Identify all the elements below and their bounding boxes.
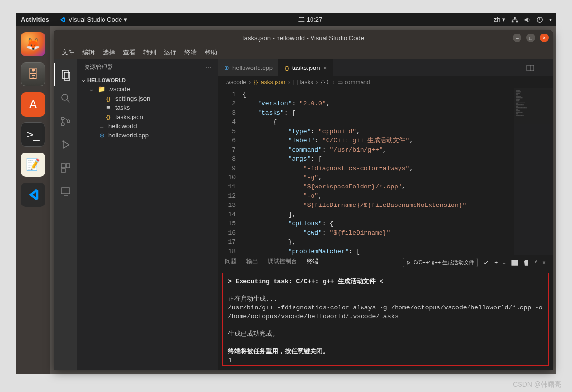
panel-tab-debugconsole[interactable]: 调试控制台: [268, 257, 297, 268]
tree-item[interactable]: ≡tasks: [81, 103, 214, 112]
terminal-task-label[interactable]: C/C++: g++ 生成活动文件: [403, 258, 478, 267]
window-close[interactable]: ×: [540, 34, 549, 42]
svg-point-13: [63, 141, 64, 142]
window-maximize[interactable]: □: [526, 34, 535, 42]
svg-marker-12: [63, 141, 69, 148]
menu-view[interactable]: 查看: [119, 48, 139, 57]
tree-item[interactable]: ⊕helloworld.cpp: [81, 131, 214, 140]
tree-item[interactable]: {}settings.json: [81, 94, 214, 103]
menu-go[interactable]: 转到: [139, 48, 160, 57]
panel-tab-problems[interactable]: 问题: [225, 257, 237, 268]
editor-area: ⊕helloworld.cpp{}tasks.json× ⋯ .vscode› …: [218, 59, 553, 370]
menu-run[interactable]: 运行: [160, 48, 180, 57]
window-titlebar[interactable]: tasks.json - helloworld - Visual Studio …: [54, 30, 553, 46]
menu-help[interactable]: 帮助: [201, 48, 221, 57]
system-menu-chevron[interactable]: ▾: [549, 17, 552, 22]
dock-terminal[interactable]: >_: [21, 122, 45, 147]
activity-scm[interactable]: [54, 110, 77, 133]
close-icon[interactable]: ×: [323, 64, 327, 72]
dock-files[interactable]: 🗄: [21, 62, 45, 86]
dock-firefox[interactable]: 🦊: [21, 32, 45, 56]
sidebar-more-icon[interactable]: ⋯: [206, 64, 211, 71]
svg-rect-5: [62, 70, 68, 78]
editor-more-icon[interactable]: ⋯: [539, 63, 547, 72]
terminal-new-icon[interactable]: +: [494, 259, 498, 266]
activities-button[interactable]: Activities: [21, 16, 49, 23]
power-icon[interactable]: [537, 17, 543, 23]
panel-tab-terminal[interactable]: 终端: [307, 257, 318, 268]
tree-item[interactable]: ≡helloworld: [81, 121, 214, 131]
ubuntu-dock: 🦊 🗄 A >_ 📝: [16, 26, 50, 374]
panel-tab-output[interactable]: 输出: [246, 257, 258, 268]
terminal-kill-icon[interactable]: [523, 259, 530, 266]
network-icon[interactable]: [511, 17, 518, 23]
activity-debug[interactable]: [54, 133, 77, 156]
svg-point-11: [67, 120, 70, 123]
menu-terminal[interactable]: 终端: [180, 48, 201, 57]
terminal-check-icon[interactable]: [483, 259, 489, 266]
panel-maximize-icon[interactable]: ^: [535, 259, 537, 266]
volume-icon[interactable]: [524, 17, 531, 23]
terminal-output[interactable]: > Executing task: C/C++: g++ 生成活动文件 < 正在…: [222, 273, 549, 366]
activity-remote[interactable]: [54, 180, 77, 203]
watermark: CSDN @韩曙亮: [513, 380, 561, 389]
dock-software[interactable]: A: [21, 92, 45, 117]
svg-marker-21: [407, 261, 410, 264]
svg-point-9: [61, 117, 64, 120]
dock-texteditor[interactable]: 📝: [21, 153, 45, 177]
input-method[interactable]: zh ▾: [494, 16, 505, 23]
dock-vscode[interactable]: [21, 183, 45, 207]
window-minimize[interactable]: –: [513, 34, 521, 42]
svg-rect-0: [512, 20, 514, 22]
editor-tabs: ⊕helloworld.cpp{}tasks.json× ⋯: [218, 59, 553, 76]
split-editor-icon[interactable]: [526, 64, 534, 72]
activity-extensions[interactable]: [54, 156, 77, 180]
tree-root[interactable]: ⌄HELLOWORLD: [81, 75, 214, 85]
svg-line-8: [67, 100, 70, 102]
activity-search[interactable]: [54, 86, 77, 110]
tree-item[interactable]: {}tasks.json: [81, 112, 214, 121]
menubar: 文件 编辑 选择 查看 转到 运行 终端 帮助: [54, 46, 553, 59]
minimap[interactable]: ████████████████████████████████████████…: [514, 88, 553, 255]
svg-rect-2: [514, 17, 516, 19]
app-menu[interactable]: Visual Studio Code ▾: [59, 16, 127, 23]
breadcrumb[interactable]: .vscode› {} tasks.json› [ ] tasks› {} 0›…: [218, 76, 553, 88]
clock[interactable]: 二 10:27: [127, 16, 494, 24]
terminal-split-icon[interactable]: [511, 259, 518, 266]
tree-item[interactable]: ⌄📁.vscode: [81, 85, 214, 94]
editor-tab[interactable]: {}tasks.json×: [279, 59, 333, 76]
activity-explorer[interactable]: [54, 63, 77, 86]
gnome-top-panel: Activities Visual Studio Code ▾ 二 10:27 …: [16, 13, 556, 26]
svg-rect-1: [516, 20, 518, 22]
activity-bar: [54, 59, 77, 370]
panel-close-icon[interactable]: ×: [542, 259, 546, 266]
sidebar-explorer: 资源管理器 ⋯ ⌄HELLOWORLD ⌄📁.vscode{}settings.…: [77, 59, 218, 370]
bottom-panel: 问题 输出 调试控制台 终端 C/C++: g++ 生成活动文件: [218, 255, 553, 370]
menu-file[interactable]: 文件: [58, 48, 78, 57]
svg-rect-17: [61, 188, 70, 194]
window-title: tasks.json - helloworld - Visual Studio …: [243, 34, 364, 42]
editor-tab[interactable]: ⊕helloworld.cpp: [218, 59, 279, 76]
menu-selection[interactable]: 选择: [99, 48, 119, 57]
svg-rect-14: [61, 164, 65, 168]
svg-point-10: [61, 123, 64, 126]
vscode-icon: [59, 17, 66, 23]
menu-edit[interactable]: 编辑: [78, 48, 99, 57]
svg-point-7: [62, 94, 68, 100]
vscode-window: tasks.json - helloworld - Visual Studio …: [54, 30, 553, 370]
sidebar-title: 资源管理器: [84, 63, 113, 71]
code-editor[interactable]: 123456789101112131415161718 { "version":…: [218, 88, 553, 255]
svg-rect-6: [64, 72, 70, 80]
svg-rect-16: [61, 169, 65, 172]
svg-rect-15: [66, 164, 70, 168]
terminal-dropdown-icon[interactable]: ⌄: [503, 260, 506, 265]
